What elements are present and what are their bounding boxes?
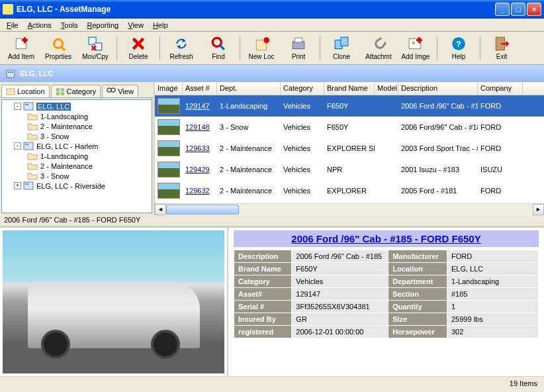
- svg-point-26: [111, 88, 115, 92]
- toolbar-delete-button[interactable]: Delete: [120, 34, 157, 62]
- detail-row: Insured ByGRSize25999 lbs: [234, 313, 539, 326]
- svg-point-6: [263, 37, 269, 43]
- menu-file[interactable]: File: [3, 20, 23, 30]
- left-tabs: LocationCategoryView: [0, 82, 154, 98]
- thumbnail-icon: [158, 140, 180, 156]
- cell-asset[interactable]: 129633: [183, 143, 217, 154]
- grid-panel: ImageAsset #Dept.CategoryBrand NameModel…: [155, 82, 544, 215]
- tree-toggle[interactable]: +: [14, 182, 21, 189]
- scroll-left-button[interactable]: ◄: [155, 204, 166, 215]
- tab-label: Category: [67, 87, 97, 95]
- tree-item[interactable]: 3 - Snow: [3, 171, 150, 181]
- titlebar: ELG, LLC - AssetManage _ □ ×: [0, 0, 544, 19]
- tree-item[interactable]: 1-Landscaping: [3, 111, 150, 121]
- toolbar-separator: [159, 36, 160, 60]
- menu-actions[interactable]: Actions: [24, 20, 56, 30]
- toolbar-newloc-button[interactable]: New Loc: [243, 34, 280, 62]
- toolbar-attach-button[interactable]: Attachmt: [360, 34, 397, 62]
- thumbnail-icon: [158, 119, 180, 135]
- table-row[interactable]: 1294292 - MaintenanceVehiclesNPR2001 Isu…: [155, 159, 544, 180]
- menubar: FileActionsToolsReportingViewHelp: [0, 19, 544, 32]
- svg-rect-16: [7, 70, 15, 77]
- menu-tools[interactable]: Tools: [57, 20, 82, 30]
- svg-rect-33: [24, 182, 33, 189]
- maximize-button[interactable]: □: [511, 3, 525, 16]
- scroll-track[interactable]: [166, 204, 533, 215]
- cell-asset[interactable]: 129147: [183, 101, 217, 111]
- asset-image: [3, 230, 224, 373]
- scroll-right-button[interactable]: ►: [533, 204, 544, 215]
- toolbar-props-button[interactable]: Proprties: [40, 34, 77, 62]
- print-icon: [291, 36, 306, 52]
- svg-rect-22: [61, 88, 64, 91]
- table-row[interactable]: 1296322 - MaintenanceVehiclesEXPLORER200…: [155, 180, 544, 201]
- column-header[interactable]: Model: [375, 82, 398, 95]
- toolbar-separator: [320, 36, 320, 60]
- menu-view[interactable]: View: [124, 20, 148, 30]
- toolbar-label: Clone: [333, 53, 350, 60]
- detail-row: Serial #3Ff35265SX6V304381Quantity1: [234, 301, 539, 313]
- svg-rect-10: [341, 37, 348, 46]
- column-header[interactable]: Dept.: [217, 82, 281, 95]
- grid-body[interactable]: 1291471-LandscapingVehiclesF650Y2006 For…: [155, 95, 544, 203]
- tree-label: 2 - Maintenance: [40, 162, 93, 170]
- tree-item[interactable]: -ELG, LLC: [3, 101, 150, 111]
- detail-table: Description2006 Ford /96" Cab - #185Manu…: [234, 250, 539, 338]
- cell-asset[interactable]: 129429: [183, 164, 217, 175]
- clone-icon: [334, 36, 349, 52]
- toolbar-clone-button[interactable]: Clone: [323, 34, 360, 62]
- menu-help[interactable]: Help: [149, 20, 172, 30]
- movcpy-icon: [87, 36, 103, 52]
- tree-label: ELG, LLC - Harlem: [36, 142, 99, 150]
- tab-view[interactable]: View: [102, 85, 138, 97]
- tree-toggle[interactable]: -: [14, 103, 21, 110]
- toolbar-refresh-button[interactable]: Refresh: [163, 34, 200, 62]
- location-tree[interactable]: -ELG, LLC1-Landscaping2 - Maintenance3 -…: [1, 99, 152, 213]
- cell-dept: 3 - Snow: [217, 122, 281, 132]
- toolbar-exit-button[interactable]: Exit: [483, 34, 520, 62]
- horizontal-scrollbar[interactable]: ◄ ►: [155, 203, 544, 215]
- toolbar-find-button[interactable]: Find: [200, 34, 237, 62]
- toolbar-help-button[interactable]: ?Help: [440, 34, 477, 62]
- folder-icon: [27, 112, 38, 121]
- cell-asset[interactable]: 129632: [183, 185, 217, 196]
- table-row[interactable]: 1291471-LandscapingVehiclesF650Y2006 For…: [155, 95, 544, 117]
- table-row[interactable]: 1296332 - MaintenanceVehiclesEXPLORER SP…: [155, 138, 544, 159]
- building-icon: [23, 181, 34, 190]
- tree-item[interactable]: 2 - Maintenance: [3, 121, 150, 131]
- cell-asset[interactable]: 129148: [183, 122, 217, 132]
- detail-value: FORD: [447, 250, 539, 263]
- toolbar-movcpy-button[interactable]: Mov/Cpy: [77, 34, 114, 62]
- detail-title[interactable]: 2006 Ford /96" Cab - #185 - FORD F650Y: [234, 230, 539, 247]
- toolbar-label: Delete: [129, 53, 148, 60]
- newloc-icon: [253, 36, 269, 52]
- column-header[interactable]: Brand Name: [324, 82, 375, 95]
- svg-rect-35: [27, 183, 28, 185]
- column-header[interactable]: Asset #: [183, 82, 217, 95]
- column-header[interactable]: Image: [155, 82, 183, 95]
- table-row[interactable]: 1291483 - SnowVehiclesF650Y2006 Ford/96"…: [155, 117, 544, 138]
- tree-item[interactable]: 3 - Snow: [3, 131, 150, 141]
- tree-item[interactable]: 2 - Maintenance: [3, 161, 150, 171]
- menu-reporting[interactable]: Reporting: [83, 20, 123, 30]
- toolbar-add-button[interactable]: Add Item: [3, 34, 40, 62]
- addimg-icon: [408, 36, 424, 52]
- tree-item[interactable]: -ELG, LLC - Harlem: [3, 141, 150, 151]
- tab-location[interactable]: Location: [1, 85, 50, 97]
- toolbar-addimg-button[interactable]: Add Imge: [397, 34, 434, 62]
- svg-rect-31: [25, 144, 26, 145]
- tree-toggle[interactable]: -: [14, 142, 21, 150]
- minimize-button[interactable]: _: [495, 3, 510, 16]
- detail-key: Quantity: [388, 301, 447, 313]
- column-header[interactable]: Company: [478, 82, 523, 95]
- tree-item[interactable]: 1-Landscaping: [3, 151, 150, 161]
- toolbar-print-button[interactable]: Print: [280, 34, 317, 62]
- tree-item[interactable]: +ELG, LLC - Riverside: [3, 181, 150, 191]
- cell-image: [155, 181, 183, 200]
- column-header[interactable]: Category: [281, 82, 324, 95]
- column-header[interactable]: Description: [398, 82, 478, 95]
- svg-rect-28: [25, 104, 26, 105]
- scroll-thumb[interactable]: [166, 205, 239, 215]
- close-button[interactable]: ×: [527, 3, 541, 16]
- tab-category[interactable]: Category: [51, 85, 101, 97]
